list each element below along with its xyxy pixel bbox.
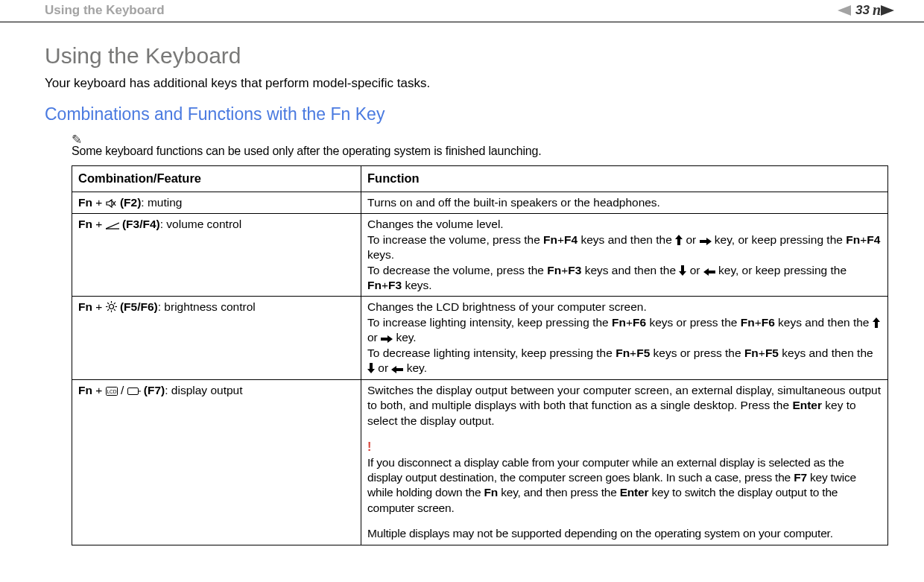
combo-cell: Fn + LCD / (F7): display output xyxy=(72,379,361,545)
func-line: keys and then the xyxy=(578,233,675,246)
combo-label: : volume control xyxy=(160,218,241,230)
arrow-left-icon xyxy=(391,361,403,374)
svg-line-3 xyxy=(106,223,119,229)
func-line: To decrease the volume, press the xyxy=(367,264,547,276)
key-fn: Fn xyxy=(547,264,561,276)
key-fn: Fn xyxy=(612,316,626,329)
combo-label: : muting xyxy=(141,196,182,209)
col-header-combination: Combination/Feature xyxy=(72,166,361,192)
plus: + xyxy=(755,316,762,329)
arrow-down-icon xyxy=(367,361,375,374)
func-cell: Turns on and off the built-in speakers o… xyxy=(361,192,888,213)
plus: + xyxy=(382,279,388,291)
n-letter-icon: n xyxy=(873,1,881,19)
func-line: keys and then the xyxy=(775,316,873,329)
func-line: or xyxy=(686,264,703,276)
arrow-right-icon xyxy=(381,331,393,344)
warning-icon: ! xyxy=(367,440,371,453)
key-f4: F4 xyxy=(564,233,578,246)
key-f3f4: (F3/F4) xyxy=(119,218,160,230)
key-f5: F5 xyxy=(765,347,779,359)
key-f3: F3 xyxy=(388,279,402,291)
breadcrumb: Using the Keyboard xyxy=(45,3,165,18)
func-line: or xyxy=(367,331,381,344)
table-row: Fn + (F5/F6): brightness control Changes… xyxy=(72,297,888,379)
func-cell: Changes the LCD brightness of your compu… xyxy=(361,297,888,379)
svg-text:LCD: LCD xyxy=(107,389,116,394)
volume-icon xyxy=(106,218,119,230)
plus: + xyxy=(561,264,568,276)
key-f7: F7 xyxy=(794,471,807,484)
key-f6: F6 xyxy=(762,316,775,329)
func-line: If you disconnect a display cable from y… xyxy=(367,456,844,484)
key-fn: Fn xyxy=(846,233,860,246)
func-line: or xyxy=(375,361,391,374)
fn-key-table: Combination/Feature Function Fn + (F2): … xyxy=(72,165,888,545)
page-number: 33 xyxy=(855,3,870,18)
func-line: key. xyxy=(393,331,417,344)
table-row: Fn + LCD / (F7): display output Switches… xyxy=(72,379,888,545)
key-f3: F3 xyxy=(568,264,581,276)
combo-cell: Fn + (F3/F4): volume control xyxy=(72,214,361,297)
func-line: To increase lighting intensity, keep pre… xyxy=(367,316,612,329)
key-f7: (F7) xyxy=(141,384,165,396)
combo-cell: Fn + (F2): muting xyxy=(72,192,361,213)
func-line: Multiple displays may not be supported d… xyxy=(367,527,833,540)
key-fn: Fn xyxy=(741,316,755,329)
section-title: Combinations and Functions with the Fn K… xyxy=(45,104,872,124)
table-row: Fn + (F3/F4): volume control Changes the… xyxy=(72,214,888,297)
key-fn: Fn xyxy=(78,384,92,396)
warning-text: If you disconnect a display cable from y… xyxy=(367,456,856,514)
combo-cell: Fn + (F5/F6): brightness control xyxy=(72,297,361,379)
plus: + xyxy=(626,316,633,329)
table-row: Fn + (F2): muting Turns on and off the b… xyxy=(72,192,888,213)
key-fn: Fn xyxy=(484,486,499,499)
plus: + xyxy=(759,347,765,359)
plus: + xyxy=(92,384,106,396)
col-header-function: Function xyxy=(361,166,888,192)
arrow-down-icon xyxy=(679,264,686,276)
key-f5f6: (F5/F6) xyxy=(117,300,158,313)
func-line: keys. xyxy=(367,248,394,261)
plus: + xyxy=(92,300,106,313)
svg-point-4 xyxy=(109,305,113,309)
combo-label: : display output xyxy=(165,384,242,396)
func-cell: Switches the display output between your… xyxy=(361,379,888,545)
func-line: key, or keep pressing the xyxy=(712,233,847,246)
func-line: keys or press the xyxy=(646,316,741,329)
prev-page-arrow-icon[interactable] xyxy=(838,5,851,16)
key-f4: F4 xyxy=(867,233,880,246)
table-header-row: Combination/Feature Function xyxy=(72,166,888,192)
plus: + xyxy=(557,233,564,246)
mute-icon xyxy=(106,196,117,209)
key-f6: F6 xyxy=(633,316,646,329)
plus: + xyxy=(860,233,867,246)
next-page-nav[interactable]: n xyxy=(874,1,894,19)
svg-rect-15 xyxy=(127,388,138,394)
intro-text: Your keyboard has additional keys that p… xyxy=(45,76,872,91)
func-line: key, or keep pressing the xyxy=(715,264,847,276)
svg-line-10 xyxy=(114,309,116,311)
page-header: Using the Keyboard 33 n xyxy=(0,0,924,22)
key-enter: Enter xyxy=(792,399,822,411)
func-line: keys. xyxy=(402,279,431,291)
combo-label: : brightness control xyxy=(158,300,256,313)
lcd-monitor-icon: LCD xyxy=(106,384,118,396)
func-line: Changes the volume level. xyxy=(367,218,504,230)
key-fn: Fn xyxy=(744,347,759,359)
page-title: Using the Keyboard xyxy=(45,43,872,69)
func-line: keys and then the xyxy=(779,347,873,359)
func-line: or xyxy=(683,233,699,246)
next-page-arrow-icon xyxy=(881,5,894,16)
external-display-icon xyxy=(127,384,141,396)
note-block: ✎ Some keyboard functions can be used on… xyxy=(45,133,872,158)
func-line: key, and then press the xyxy=(498,486,620,499)
plus: + xyxy=(92,196,106,209)
key-fn: Fn xyxy=(78,300,92,313)
plus: + xyxy=(92,218,106,230)
arrow-up-icon xyxy=(675,233,683,246)
key-fn: Fn xyxy=(543,233,557,246)
plus: + xyxy=(630,347,636,359)
key-fn: Fn xyxy=(78,218,92,230)
key-f2: (F2) xyxy=(117,196,142,209)
